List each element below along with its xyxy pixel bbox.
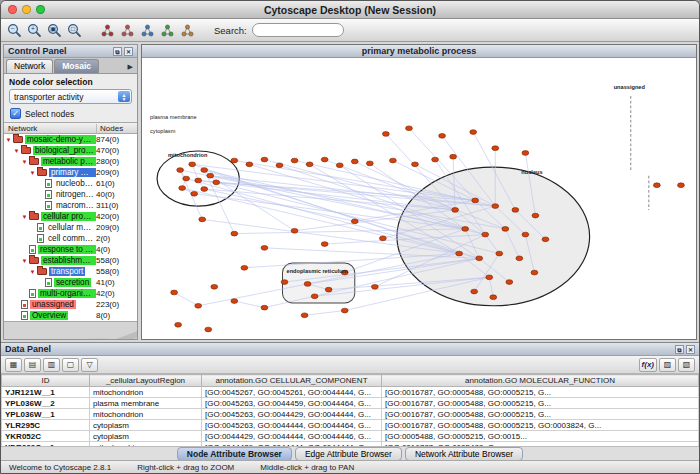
tree-row[interactable]: nucleobase...61(0) bbox=[4, 178, 137, 189]
tree-header-nodes[interactable]: Nodes bbox=[97, 124, 137, 133]
expander-icon[interactable]: ▼ bbox=[20, 159, 29, 165]
table-row[interactable]: YKR052Ccytoplasm[GO:0044429, GO:0044444,… bbox=[2, 431, 699, 442]
table-row[interactable]: YJR121W__1mitochondrion[GO:0045267, GO:0… bbox=[2, 387, 699, 398]
expander-icon[interactable]: ▼ bbox=[4, 137, 13, 143]
network-canvas[interactable]: plasma membranecytoplasmmitochondrionnuc… bbox=[142, 58, 696, 339]
network-node bbox=[462, 227, 469, 232]
zoom-selected-region-icon[interactable]: ▣ bbox=[45, 21, 64, 40]
column-header[interactable]: ID bbox=[2, 375, 90, 387]
tree-row[interactable]: response to stimulu4(0) bbox=[4, 244, 137, 255]
create-network-from-selection-icon[interactable] bbox=[138, 21, 157, 40]
network-node bbox=[311, 294, 318, 299]
select-attributes-icon[interactable]: ▦ bbox=[5, 358, 22, 372]
tree-label: response to stimulu bbox=[38, 245, 96, 254]
network-node bbox=[341, 308, 348, 313]
hide-selected-nodes-icon[interactable] bbox=[118, 21, 137, 40]
overview-thumbnail[interactable] bbox=[4, 321, 137, 339]
table-row[interactable]: YPL036W__1mitochondrion[GO:0045263, GO:0… bbox=[2, 409, 699, 420]
trash-icon[interactable]: ▽ bbox=[81, 358, 98, 372]
network-node bbox=[336, 163, 343, 168]
search-input[interactable] bbox=[252, 23, 344, 37]
tree-row[interactable]: ▼establishment of lo...558(0) bbox=[4, 255, 137, 266]
table-row[interactable]: YPL036W__2plasma membrane[GO:0045263, GO… bbox=[2, 398, 699, 409]
zoom-fit-icon[interactable]: □ bbox=[65, 21, 84, 40]
column-header[interactable]: annotation.GO MOLECULAR_FUNCTION bbox=[382, 375, 699, 387]
tab-overflow-icon[interactable]: ▶ bbox=[124, 63, 137, 73]
zoom-window-icon[interactable] bbox=[36, 5, 45, 14]
close-window-icon[interactable] bbox=[8, 5, 17, 14]
expander-icon[interactable]: ▼ bbox=[20, 214, 29, 220]
minimize-window-icon[interactable] bbox=[22, 5, 31, 14]
table-row[interactable]: YLR295Ccytoplasm[GO:0045263, GO:0044444,… bbox=[2, 420, 699, 431]
compartment-ellipse bbox=[397, 167, 590, 306]
network-node bbox=[542, 237, 549, 242]
network-node bbox=[351, 159, 358, 164]
folder-icon bbox=[29, 158, 39, 165]
close-panel-icon[interactable]: ✕ bbox=[124, 47, 133, 56]
tree-node-count: 61(0) bbox=[96, 179, 136, 188]
unselect-attributes-icon[interactable]: ▤ bbox=[24, 358, 41, 372]
tree-row[interactable]: macromolecule...311(0) bbox=[4, 200, 137, 211]
network-node bbox=[183, 176, 190, 181]
node-color-dropdown[interactable]: transporter activity ▲▼ bbox=[9, 89, 132, 104]
close-panel-icon[interactable]: ✕ bbox=[686, 345, 695, 354]
document-icon bbox=[45, 201, 52, 210]
import-attributes-folder-icon[interactable]: ▨ bbox=[659, 358, 676, 372]
table-cell: YPL036W__1 bbox=[2, 409, 90, 420]
tab-network-attribute-browser[interactable]: Network Attribute Browser bbox=[405, 447, 523, 461]
tree-header: Network Nodes bbox=[4, 122, 137, 134]
tree-row[interactable]: nitrogen compo...40(0) bbox=[4, 189, 137, 200]
expander-icon[interactable]: ▼ bbox=[28, 170, 37, 176]
zoom-out-icon[interactable]: − bbox=[5, 21, 24, 40]
network-node bbox=[653, 183, 660, 188]
tree-row[interactable]: ▼mosaic-demo-yeast874(0) bbox=[4, 134, 137, 145]
network-node bbox=[179, 186, 186, 191]
document-icon bbox=[45, 190, 52, 199]
network-node bbox=[205, 327, 212, 332]
svg-text:mitochondrion: mitochondrion bbox=[168, 152, 207, 158]
tab-mosaic[interactable]: Mosaic bbox=[54, 59, 99, 73]
tree-node-count: 42(0) bbox=[96, 289, 136, 298]
tab-network[interactable]: Network bbox=[6, 59, 53, 73]
new-attribute-icon[interactable]: ▥ bbox=[43, 358, 60, 372]
tab-node-attribute-browser[interactable]: Node Attribute Browser bbox=[177, 447, 292, 461]
network-node bbox=[522, 232, 529, 237]
tree-row[interactable]: Overview8(0) bbox=[4, 310, 137, 321]
tree-row[interactable]: ▼cellular process420(0) bbox=[4, 211, 137, 222]
tree-row[interactable]: ▼transport558(0) bbox=[4, 266, 137, 277]
tree-row[interactable]: ▼primary metab...209(0) bbox=[4, 167, 137, 178]
apply-layout-icon[interactable] bbox=[158, 21, 177, 40]
tree-row[interactable]: multi-organism pro...42(0) bbox=[4, 288, 137, 299]
export-attributes-folder-icon[interactable]: ▧ bbox=[678, 358, 695, 372]
delete-attribute-icon[interactable]: ▢ bbox=[62, 358, 79, 372]
tree-node-count: 311(0) bbox=[96, 201, 136, 210]
select-nodes-checkbox[interactable]: ✓ bbox=[10, 108, 21, 119]
select-nodes-row[interactable]: ✓ Select nodes bbox=[4, 106, 137, 122]
zoom-in-icon[interactable]: + bbox=[25, 21, 44, 40]
show-graphics-details-icon[interactable] bbox=[98, 21, 117, 40]
network-node bbox=[276, 163, 283, 168]
tree-row[interactable]: unassigned223(0) bbox=[4, 299, 137, 310]
tab-edge-attribute-browser[interactable]: Edge Attribute Browser bbox=[295, 447, 402, 461]
expander-icon[interactable]: ▼ bbox=[12, 148, 21, 154]
tree-row[interactable]: secretion41(0) bbox=[4, 277, 137, 288]
float-panel-icon[interactable]: ⧉ bbox=[675, 345, 684, 354]
tree-label: establishment of lo... bbox=[41, 256, 96, 265]
tree-label: Overview bbox=[30, 311, 68, 320]
column-header[interactable]: annotation.GO CELLULAR_COMPONENT bbox=[202, 375, 382, 387]
main-toolbar-icons: − + ▣ □ bbox=[5, 21, 197, 40]
float-panel-icon[interactable]: ⧉ bbox=[113, 47, 122, 56]
tree-row[interactable]: ▼metabolic process280(0) bbox=[4, 156, 137, 167]
column-header[interactable]: _cellularLayoutRegion bbox=[90, 375, 202, 387]
tree-node-count: 209(0) bbox=[96, 168, 136, 177]
expander-icon[interactable]: ▼ bbox=[20, 258, 29, 264]
table-cell: [GO:0016787, GO:0005488, GO:0005215, GO:… bbox=[382, 420, 699, 431]
function-builder-icon[interactable]: f(x) bbox=[639, 358, 657, 372]
tree-row[interactable]: cell communica...2(0) bbox=[4, 233, 137, 244]
tree-header-network[interactable]: Network bbox=[4, 124, 97, 133]
tree-row[interactable]: ▼biological_process470(0) bbox=[4, 145, 137, 156]
vizmapper-icon[interactable] bbox=[178, 21, 197, 40]
tree-row[interactable]: cellular metabo...209(0) bbox=[4, 222, 137, 233]
expander-icon[interactable]: ▼ bbox=[28, 269, 37, 275]
network-view-title[interactable]: primary metabolic process bbox=[142, 45, 696, 58]
